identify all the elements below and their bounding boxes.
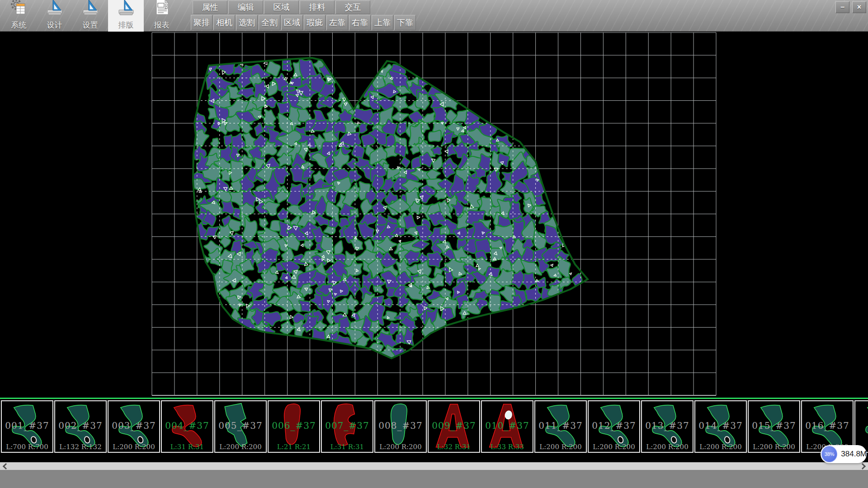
memory-size-label: 384.8M	[841, 450, 867, 459]
part-id-label: 016_#37	[802, 420, 853, 431]
part-lr-label: L:21 R:21	[269, 443, 319, 451]
menu-bar: 属性编辑区域排料交互	[193, 0, 370, 14]
nav-tab-label: 报表	[154, 20, 170, 30]
nesting-canvas-area[interactable]	[0, 32, 868, 398]
part-id-label: 009_#37	[429, 420, 479, 431]
status-bar	[0, 470, 868, 488]
part-lr-label: L:200 R:200	[642, 443, 693, 451]
ruler-icon	[45, 0, 64, 17]
horizontal-scrollbar[interactable]	[0, 462, 868, 470]
part-thumbnail-010_#37[interactable]: 010_#37L:33 R:33	[481, 400, 533, 453]
part-id-label: 011_#37	[535, 420, 586, 431]
part-thumbnail-007_#37[interactable]: 007_#37L:31 R:31	[321, 400, 373, 453]
gear-icon	[9, 0, 28, 20]
part-id-label: 004_#37	[162, 420, 212, 431]
ruler-icon	[81, 0, 100, 20]
ruler-icon	[45, 0, 64, 20]
nav-tab-label: 设计	[47, 20, 62, 30]
part-id-label: 001_#37	[2, 420, 52, 431]
tool-button-全割[interactable]: 全割	[259, 15, 280, 30]
memory-percent-indicator: 38%	[821, 446, 837, 462]
nav-tab-排版[interactable]: 排版	[108, 0, 144, 32]
nav-tab-系统[interactable]: 系统	[1, 0, 37, 32]
part-thumbnail-008_#37[interactable]: 008_#37L:200 R:200	[374, 400, 427, 453]
nav-tab-设置[interactable]: 设置	[72, 0, 108, 32]
tool-button-右靠[interactable]: 右靠	[349, 15, 371, 30]
part-lr-label: L:33 R:33	[482, 443, 533, 451]
part-id-label: 007_#37	[322, 420, 373, 431]
menu-item-区域[interactable]: 区域	[264, 0, 299, 14]
part-thumbnail-012_#37[interactable]: 012_#37L:200 R:200	[588, 400, 640, 453]
chevron-right-icon	[859, 463, 865, 469]
part-lr-label: L:32 R:31	[429, 443, 479, 451]
tool-button-上靠[interactable]: 上靠	[372, 15, 393, 30]
chevron-left-icon	[2, 463, 9, 469]
part-thumbnail-009_#37[interactable]: 009_#37L:32 R:31	[428, 400, 480, 453]
report-icon	[152, 0, 171, 20]
tool-button-瑕疵[interactable]: 瑕疵	[304, 15, 326, 30]
tool-button-聚排[interactable]: 聚排	[191, 15, 212, 30]
part-thumbnail-011_#37[interactable]: 011_#37L:200 R:200	[534, 400, 587, 453]
titlebar: 系统 设计 设置 排版 报表 属性编辑区域排料交互 聚排相机选割全割区域瑕疵左靠…	[0, 0, 868, 32]
menu-item-排料[interactable]: 排料	[300, 0, 335, 14]
tool-button-区域[interactable]: 区域	[281, 15, 303, 30]
menu-item-属性[interactable]: 属性	[193, 0, 227, 14]
part-lr-label: L:200 R:200	[535, 443, 586, 451]
tool-button-相机[interactable]: 相机	[213, 15, 235, 30]
part-thumbnail-015_#37[interactable]: 015_#37L:200 R:200	[748, 400, 800, 453]
app-nav-tabs: 系统 设计 设置 排版 报表	[1, 0, 179, 32]
minimize-button[interactable]: −	[835, 1, 849, 13]
part-lr-label: L:200 R:200	[749, 443, 799, 451]
part-lr-label: L:200 R:200	[215, 443, 266, 451]
part-id-label: 010_#37	[482, 420, 533, 431]
menu-item-交互[interactable]: 交互	[335, 0, 370, 14]
nav-tab-label: 设置	[83, 20, 98, 30]
memory-badge[interactable]: 38% 384.8M	[821, 445, 867, 463]
part-thumbnail-001_#37[interactable]: 001_#37L:700 R:700	[1, 400, 53, 453]
nav-tab-label: 排版	[118, 20, 134, 30]
part-id-label: 003_#37	[108, 420, 159, 431]
menu-item-编辑[interactable]: 编辑	[228, 0, 263, 14]
scroll-left-button[interactable]	[0, 462, 10, 470]
part-thumbnail-004_#37[interactable]: 004_#37L:31 R:31	[161, 400, 213, 453]
parts-strip: 001_#37L:700 R:700002_#37L:132 R:132003_…	[0, 398, 868, 462]
part-id-label: 008_#37	[375, 420, 426, 431]
part-thumbnail-002_#37[interactable]: 002_#37L:132 R:132	[54, 400, 107, 453]
part-lr-label: L:132 R:132	[55, 443, 106, 451]
part-id-label: 013_#37	[642, 420, 693, 431]
part-lr-label: L:200 R:200	[695, 443, 746, 451]
part-id-label: 014_#37	[695, 420, 746, 431]
part-lr-label: L:31 R:31	[322, 443, 373, 451]
part-thumbnail-014_#37[interactable]: 014_#37L:200 R:200	[694, 400, 747, 453]
part-thumbnail-013_#37[interactable]: 013_#37L:200 R:200	[641, 400, 693, 453]
nav-tab-label: 系统	[11, 20, 27, 30]
part-id-label: 002_#37	[55, 420, 106, 431]
ruler-icon	[117, 0, 136, 20]
close-button[interactable]: ×	[852, 1, 866, 13]
part-thumbnail-003_#37[interactable]: 003_#37L:200 R:200	[108, 400, 160, 453]
scroll-right-button[interactable]	[858, 462, 868, 470]
part-lr-label: L:700 R:700	[2, 443, 52, 451]
window-controls: − ×	[835, 1, 866, 13]
part-thumbnail-006_#37[interactable]: 006_#37L:21 R:21	[268, 400, 320, 453]
part-lr-label: L:31 R:31	[162, 443, 212, 451]
tool-button-下靠[interactable]: 下靠	[394, 15, 416, 30]
part-shape	[857, 402, 868, 451]
tool-button-左靠[interactable]: 左靠	[326, 15, 348, 30]
part-lr-label: L:200 R:200	[375, 443, 426, 451]
part-lr-label: L:200 R:200	[589, 443, 639, 451]
tool-button-选割[interactable]: 选割	[236, 15, 258, 30]
report-icon	[152, 0, 171, 17]
part-id-label: 012_#37	[589, 420, 639, 431]
part-thumbnail-005_#37[interactable]: 005_#37L:200 R:200	[214, 400, 267, 453]
part-id-label: 015_#37	[749, 420, 799, 431]
part-id-label: 005_#37	[215, 420, 266, 431]
nav-tab-设计[interactable]: 设计	[37, 0, 72, 32]
ruler-icon	[81, 0, 100, 17]
ruler-icon	[117, 0, 136, 17]
nav-tab-报表[interactable]: 报表	[144, 0, 179, 32]
toolbar: 聚排相机选割全割区域瑕疵左靠右靠上靠下靠	[191, 15, 416, 30]
gear-icon	[9, 0, 28, 17]
nesting-canvas[interactable]	[0, 32, 868, 398]
part-id-label: 006_#37	[269, 420, 319, 431]
